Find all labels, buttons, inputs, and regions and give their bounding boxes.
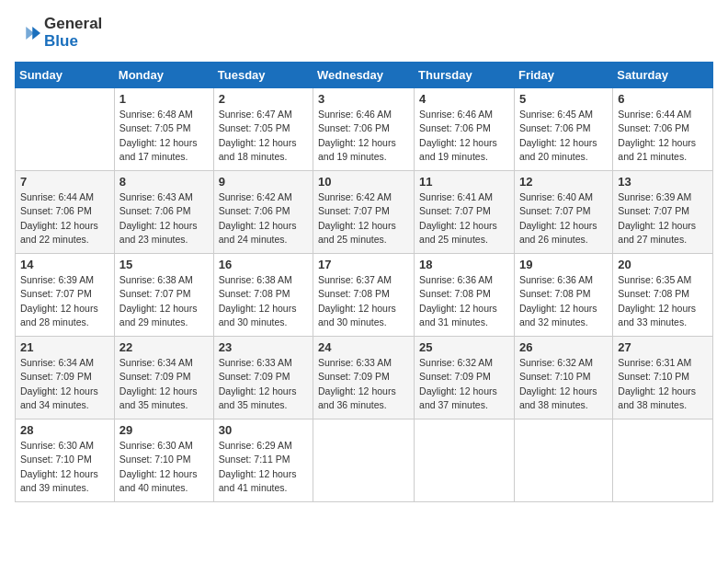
header-day-friday: Friday	[514, 63, 612, 88]
day-info: Sunrise: 6:32 AMSunset: 7:09 PMDaylight:…	[419, 356, 509, 412]
day-number: 11	[419, 175, 509, 189]
day-number: 12	[519, 175, 608, 189]
calendar-header: SundayMondayTuesdayWednesdayThursdayFrid…	[16, 63, 713, 88]
calendar-cell: 13 Sunrise: 6:39 AMSunset: 7:07 PMDaylig…	[613, 171, 713, 254]
day-number: 3	[318, 92, 409, 106]
day-info: Sunrise: 6:42 AMSunset: 7:06 PMDaylight:…	[219, 190, 308, 247]
day-number: 29	[119, 423, 209, 437]
day-info: Sunrise: 6:40 AMSunset: 7:07 PMDaylight:…	[519, 190, 608, 247]
day-number: 7	[20, 175, 109, 189]
calendar-cell: 29 Sunrise: 6:30 AMSunset: 7:10 PMDaylig…	[114, 419, 213, 502]
day-number: 20	[618, 258, 708, 271]
calendar-cell	[313, 419, 415, 502]
calendar-cell: 10 Sunrise: 6:42 AMSunset: 7:07 PMDaylig…	[313, 171, 415, 254]
calendar-cell: 7 Sunrise: 6:44 AMSunset: 7:06 PMDayligh…	[16, 171, 115, 254]
day-number: 2	[219, 92, 308, 106]
calendar-cell: 6 Sunrise: 6:44 AMSunset: 7:06 PMDayligh…	[613, 88, 713, 171]
calendar-cell: 1 Sunrise: 6:48 AMSunset: 7:05 PMDayligh…	[114, 88, 213, 171]
calendar-cell: 8 Sunrise: 6:43 AMSunset: 7:06 PMDayligh…	[114, 171, 213, 254]
calendar-cell: 16 Sunrise: 6:38 AMSunset: 7:08 PMDaylig…	[213, 254, 313, 337]
day-info: Sunrise: 6:30 AMSunset: 7:10 PMDaylight:…	[119, 439, 209, 495]
logo-icon	[15, 20, 40, 46]
day-number: 4	[419, 92, 509, 106]
calendar-cell: 12 Sunrise: 6:40 AMSunset: 7:07 PMDaylig…	[514, 171, 612, 254]
calendar-week-2: 7 Sunrise: 6:44 AMSunset: 7:06 PMDayligh…	[16, 171, 713, 254]
day-info: Sunrise: 6:47 AMSunset: 7:05 PMDaylight:…	[219, 108, 308, 164]
calendar-cell: 19 Sunrise: 6:36 AMSunset: 7:08 PMDaylig…	[514, 254, 612, 337]
day-number: 9	[219, 175, 308, 189]
calendar-cell: 3 Sunrise: 6:46 AMSunset: 7:06 PMDayligh…	[313, 88, 415, 171]
day-info: Sunrise: 6:37 AMSunset: 7:08 PMDaylight:…	[318, 273, 409, 329]
calendar-body: 1 Sunrise: 6:48 AMSunset: 7:05 PMDayligh…	[16, 88, 713, 502]
day-info: Sunrise: 6:31 AMSunset: 7:10 PMDaylight:…	[618, 356, 708, 412]
calendar-cell: 25 Sunrise: 6:32 AMSunset: 7:09 PMDaylig…	[415, 337, 515, 419]
day-number: 14	[20, 258, 109, 271]
day-number: 24	[318, 340, 409, 354]
day-info: Sunrise: 6:39 AMSunset: 7:07 PMDaylight:…	[618, 190, 708, 247]
calendar-table: SundayMondayTuesdayWednesdayThursdayFrid…	[15, 62, 713, 502]
calendar-cell: 9 Sunrise: 6:42 AMSunset: 7:06 PMDayligh…	[213, 171, 313, 254]
day-info: Sunrise: 6:34 AMSunset: 7:09 PMDaylight:…	[20, 356, 109, 412]
day-number: 23	[219, 340, 308, 354]
day-info: Sunrise: 6:38 AMSunset: 7:07 PMDaylight:…	[119, 273, 209, 329]
calendar-cell: 27 Sunrise: 6:31 AMSunset: 7:10 PMDaylig…	[613, 337, 713, 419]
day-number: 17	[318, 258, 409, 271]
day-number: 28	[20, 423, 109, 437]
day-number: 5	[519, 92, 608, 106]
day-number: 22	[119, 340, 209, 354]
day-number: 18	[419, 258, 509, 271]
calendar-cell: 26 Sunrise: 6:32 AMSunset: 7:10 PMDaylig…	[514, 337, 612, 419]
day-info: Sunrise: 6:38 AMSunset: 7:08 PMDaylight:…	[219, 273, 308, 329]
calendar-cell	[415, 419, 515, 502]
calendar-cell: 11 Sunrise: 6:41 AMSunset: 7:07 PMDaylig…	[415, 171, 515, 254]
calendar-week-5: 28 Sunrise: 6:30 AMSunset: 7:10 PMDaylig…	[16, 419, 713, 502]
calendar-cell: 22 Sunrise: 6:34 AMSunset: 7:09 PMDaylig…	[114, 337, 213, 419]
day-number: 30	[219, 423, 308, 437]
day-info: Sunrise: 6:34 AMSunset: 7:09 PMDaylight:…	[119, 356, 209, 412]
day-info: Sunrise: 6:44 AMSunset: 7:06 PMDaylight:…	[20, 190, 109, 247]
day-info: Sunrise: 6:43 AMSunset: 7:06 PMDaylight:…	[119, 190, 209, 247]
day-info: Sunrise: 6:41 AMSunset: 7:07 PMDaylight:…	[419, 190, 509, 247]
day-number: 15	[119, 258, 209, 271]
calendar-week-1: 1 Sunrise: 6:48 AMSunset: 7:05 PMDayligh…	[16, 88, 713, 171]
day-number: 27	[618, 340, 708, 354]
day-info: Sunrise: 6:48 AMSunset: 7:05 PMDaylight:…	[119, 108, 209, 164]
day-number: 10	[318, 175, 409, 189]
day-number: 8	[119, 175, 209, 189]
day-info: Sunrise: 6:44 AMSunset: 7:06 PMDaylight:…	[618, 108, 708, 164]
day-info: Sunrise: 6:36 AMSunset: 7:08 PMDaylight:…	[519, 273, 608, 329]
calendar-week-3: 14 Sunrise: 6:39 AMSunset: 7:07 PMDaylig…	[16, 254, 713, 337]
calendar-cell: 14 Sunrise: 6:39 AMSunset: 7:07 PMDaylig…	[16, 254, 115, 337]
day-info: Sunrise: 6:30 AMSunset: 7:10 PMDaylight:…	[20, 439, 109, 495]
day-number: 13	[618, 175, 708, 189]
day-number: 16	[219, 258, 308, 271]
day-info: Sunrise: 6:45 AMSunset: 7:06 PMDaylight:…	[519, 108, 608, 164]
calendar-cell: 18 Sunrise: 6:36 AMSunset: 7:08 PMDaylig…	[415, 254, 515, 337]
day-info: Sunrise: 6:29 AMSunset: 7:11 PMDaylight:…	[219, 439, 308, 495]
day-info: Sunrise: 6:46 AMSunset: 7:06 PMDaylight:…	[318, 108, 409, 164]
logo: General Blue	[15, 15, 102, 51]
day-info: Sunrise: 6:35 AMSunset: 7:08 PMDaylight:…	[618, 273, 708, 329]
day-info: Sunrise: 6:36 AMSunset: 7:08 PMDaylight:…	[419, 273, 509, 329]
calendar-cell: 30 Sunrise: 6:29 AMSunset: 7:11 PMDaylig…	[213, 419, 313, 502]
day-number: 26	[519, 340, 608, 354]
calendar-cell: 5 Sunrise: 6:45 AMSunset: 7:06 PMDayligh…	[514, 88, 612, 171]
calendar-cell	[16, 88, 115, 171]
calendar-cell: 20 Sunrise: 6:35 AMSunset: 7:08 PMDaylig…	[613, 254, 713, 337]
calendar-cell	[613, 419, 713, 502]
logo-text: General Blue	[44, 15, 102, 51]
day-number: 21	[20, 340, 109, 354]
header-day-saturday: Saturday	[613, 63, 713, 88]
calendar-cell: 17 Sunrise: 6:37 AMSunset: 7:08 PMDaylig…	[313, 254, 415, 337]
day-number: 6	[618, 92, 708, 106]
page-header: General Blue	[15, 15, 713, 51]
day-info: Sunrise: 6:42 AMSunset: 7:07 PMDaylight:…	[318, 190, 409, 247]
day-info: Sunrise: 6:33 AMSunset: 7:09 PMDaylight:…	[219, 356, 308, 412]
header-day-tuesday: Tuesday	[213, 63, 313, 88]
calendar-cell: 23 Sunrise: 6:33 AMSunset: 7:09 PMDaylig…	[213, 337, 313, 419]
calendar-cell: 21 Sunrise: 6:34 AMSunset: 7:09 PMDaylig…	[16, 337, 115, 419]
day-info: Sunrise: 6:46 AMSunset: 7:06 PMDaylight:…	[419, 108, 509, 164]
calendar-cell: 15 Sunrise: 6:38 AMSunset: 7:07 PMDaylig…	[114, 254, 213, 337]
calendar-cell: 24 Sunrise: 6:33 AMSunset: 7:09 PMDaylig…	[313, 337, 415, 419]
header-day-sunday: Sunday	[16, 63, 115, 88]
